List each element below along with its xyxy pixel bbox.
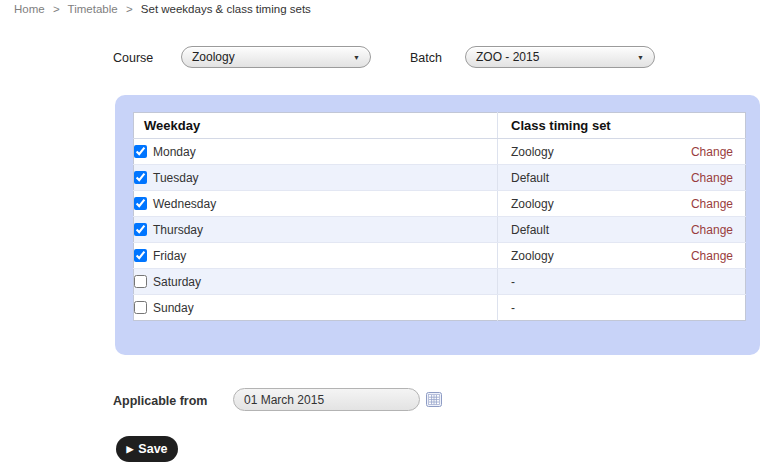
- breadcrumb-current: Set weekdays & class timing sets: [141, 3, 311, 15]
- weekday-table-body: Monday Zoology Change Tuesday Default: [134, 139, 746, 321]
- timing-set-column-header: Class timing set: [498, 113, 746, 139]
- course-selected-value: Zoology: [192, 50, 235, 64]
- timing-set-value: Zoology: [511, 197, 554, 211]
- play-icon: ▶: [126, 445, 133, 454]
- weekday-label: Thursday: [153, 223, 203, 237]
- timing-set-value: Zoology: [511, 145, 554, 159]
- applicable-from-value: 01 March 2015: [244, 393, 324, 407]
- breadcrumb-home[interactable]: Home: [14, 3, 45, 15]
- timing-set-value: Zoology: [511, 249, 554, 263]
- weekday-label: Saturday: [153, 275, 201, 289]
- weekday-checkbox[interactable]: [134, 301, 147, 314]
- chevron-down-icon: ▼: [353, 54, 360, 61]
- batch-select[interactable]: ZOO - 2015 ▼: [465, 46, 655, 68]
- weekday-label: Monday: [153, 145, 196, 159]
- table-row: Thursday Default Change: [134, 217, 746, 243]
- course-select[interactable]: Zoology ▼: [181, 46, 371, 68]
- breadcrumb-timetable[interactable]: Timetable: [68, 3, 118, 15]
- timing-set-value: -: [511, 275, 515, 289]
- weekday-label: Tuesday: [153, 171, 199, 185]
- applicable-from-label: Applicable from: [113, 394, 207, 408]
- applicable-from-input[interactable]: 01 March 2015: [233, 388, 420, 411]
- table-row: Friday Zoology Change: [134, 243, 746, 269]
- table-header-row: Weekday Class timing set: [134, 113, 746, 139]
- weekday-label: Friday: [153, 249, 186, 263]
- weekday-toggle[interactable]: Tuesday: [134, 171, 497, 185]
- weekday-checkbox[interactable]: [134, 171, 147, 184]
- breadcrumb-separator: >: [126, 3, 133, 15]
- timing-set-value: Default: [511, 223, 549, 237]
- weekday-checkbox[interactable]: [134, 197, 147, 210]
- weekday-checkbox[interactable]: [134, 223, 147, 236]
- timing-set-value: Default: [511, 171, 549, 185]
- change-link[interactable]: Change: [691, 145, 733, 159]
- weekday-checkbox[interactable]: [134, 249, 147, 262]
- weekday-checkbox[interactable]: [134, 275, 147, 288]
- weekday-table: Weekday Class timing set Monday Zoology …: [133, 112, 746, 321]
- weekday-toggle[interactable]: Friday: [134, 249, 497, 263]
- weekday-checkbox[interactable]: [134, 145, 147, 158]
- calendar-icon[interactable]: [426, 392, 442, 407]
- chevron-down-icon: ▼: [637, 54, 644, 61]
- change-link[interactable]: Change: [691, 223, 733, 237]
- change-link[interactable]: Change: [691, 171, 733, 185]
- batch-selected-value: ZOO - 2015: [476, 50, 539, 64]
- batch-label: Batch: [410, 51, 442, 65]
- course-label: Course: [113, 51, 153, 65]
- weekday-toggle[interactable]: Monday: [134, 145, 497, 159]
- weekday-toggle[interactable]: Thursday: [134, 223, 497, 237]
- breadcrumb: Home > Timetable > Set weekdays & class …: [14, 3, 311, 15]
- weekday-toggle[interactable]: Saturday: [134, 275, 497, 289]
- weekday-toggle[interactable]: Wednesday: [134, 197, 497, 211]
- timing-set-value: -: [511, 301, 515, 315]
- breadcrumb-separator: >: [53, 3, 60, 15]
- save-button-label: Save: [138, 442, 167, 456]
- save-button[interactable]: ▶ Save: [116, 436, 178, 462]
- page: Home > Timetable > Set weekdays & class …: [0, 0, 768, 466]
- table-row: Wednesday Zoology Change: [134, 191, 746, 217]
- table-row: Sunday -: [134, 295, 746, 321]
- table-row: Saturday -: [134, 269, 746, 295]
- weekday-toggle[interactable]: Sunday: [134, 301, 497, 315]
- weekday-label: Wednesday: [153, 197, 216, 211]
- weekday-column-header: Weekday: [134, 113, 498, 139]
- weekday-label: Sunday: [153, 301, 194, 315]
- table-row: Monday Zoology Change: [134, 139, 746, 165]
- change-link[interactable]: Change: [691, 249, 733, 263]
- change-link[interactable]: Change: [691, 197, 733, 211]
- table-row: Tuesday Default Change: [134, 165, 746, 191]
